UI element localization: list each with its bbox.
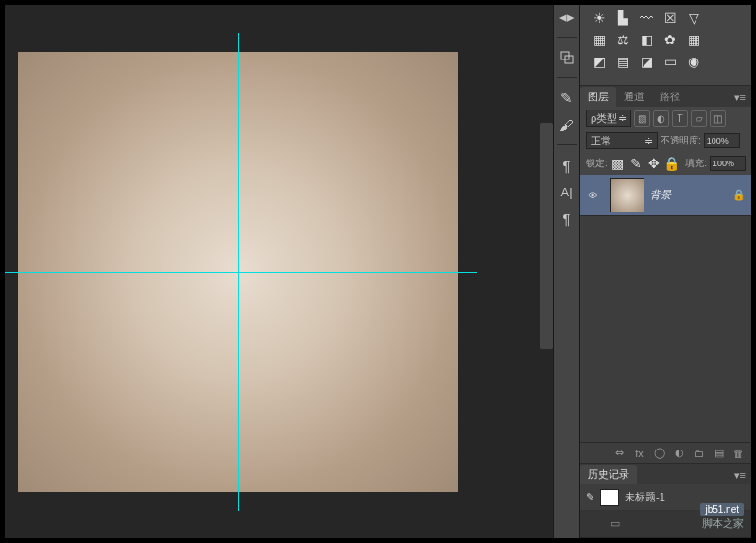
vibrance-icon[interactable]: ▽ bbox=[686, 10, 701, 25]
history-doc-name: 未标题-1 bbox=[625, 490, 665, 504]
exposure-icon[interactable]: ☒ bbox=[662, 10, 678, 25]
history-step[interactable]: ▭ bbox=[580, 511, 751, 537]
new-layer-icon[interactable]: ▤ bbox=[712, 446, 726, 460]
layer-mask-icon[interactable]: ◯ bbox=[652, 446, 666, 460]
vertical-scrollbar[interactable] bbox=[540, 123, 553, 349]
layer-list: 👁 背景 🔒 bbox=[580, 175, 751, 442]
delete-layer-icon[interactable]: 🗑 bbox=[731, 446, 746, 460]
tab-layers[interactable]: 图层 bbox=[580, 87, 616, 107]
layer-row-background[interactable]: 👁 背景 🔒 bbox=[580, 175, 751, 216]
lock-label: 锁定: bbox=[586, 157, 608, 170]
adjustments-panel: ☀ ▙ 〰 ☒ ▽ ▦ ⚖ ◧ ✿ ▦ ◩ ▤ ◪ ▭ ◉ bbox=[580, 5, 751, 86]
collapsed-toolbar: ◂▸ ✎ 🖌 ¶ A| ¶ bbox=[553, 5, 579, 538]
lock-indicator-icon: 🔒 bbox=[732, 189, 751, 201]
selective-color-icon[interactable]: ◉ bbox=[686, 54, 701, 69]
tab-paths[interactable]: 路径 bbox=[652, 87, 688, 107]
lock-pixels-icon[interactable]: ✎ bbox=[628, 156, 644, 171]
brush-preset-icon[interactable]: 🖌 bbox=[558, 116, 576, 133]
tab-history[interactable]: 历史记录 bbox=[580, 465, 637, 484]
layers-panel-footer: ⇔ fx ◯ ◐ 🗀 ▤ 🗑 bbox=[580, 442, 751, 463]
new-fill-icon[interactable]: ◐ bbox=[672, 446, 686, 460]
balance-icon[interactable]: ⚖ bbox=[615, 32, 630, 47]
document-canvas[interactable] bbox=[18, 52, 458, 492]
photo-filter-icon[interactable]: ✿ bbox=[662, 32, 678, 47]
opacity-input[interactable]: 100% bbox=[704, 133, 740, 148]
filter-shape-icon[interactable]: ▱ bbox=[691, 110, 707, 127]
threshold-icon[interactable]: ◪ bbox=[639, 54, 654, 69]
layer-fx-icon[interactable]: fx bbox=[632, 446, 646, 460]
link-layers-icon[interactable]: ⇔ bbox=[612, 446, 627, 460]
posterize-icon[interactable]: ▤ bbox=[615, 54, 630, 69]
expand-panel-icon[interactable]: ◂▸ bbox=[558, 8, 576, 25]
history-snapshot[interactable]: ✎ 未标题-1 bbox=[580, 484, 751, 511]
horizontal-guide[interactable] bbox=[0, 272, 477, 273]
fill-label: 填充: bbox=[685, 157, 707, 170]
curves-icon[interactable]: 〰 bbox=[639, 10, 654, 25]
hue-icon[interactable]: ▦ bbox=[592, 32, 607, 47]
filter-smart-icon[interactable]: ◫ bbox=[710, 110, 726, 127]
layers-panel-tabs: 图层 通道 路径 ▾≡ bbox=[580, 86, 751, 107]
paragraph-tool-icon[interactable]: ¶ bbox=[558, 157, 576, 174]
layer-thumbnail[interactable] bbox=[610, 178, 644, 212]
type-tool-icon[interactable]: ¶ bbox=[558, 210, 576, 227]
fill-input[interactable]: 100% bbox=[710, 156, 746, 171]
filter-adjust-icon[interactable]: ◐ bbox=[653, 110, 669, 127]
right-panel-stack: ☀ ▙ 〰 ☒ ▽ ▦ ⚖ ◧ ✿ ▦ ◩ ▤ ◪ ▭ ◉ 图层 通道 路径 ▾… bbox=[579, 5, 751, 538]
layer-name-label[interactable]: 背景 bbox=[650, 188, 732, 202]
lock-position-icon[interactable]: ✥ bbox=[646, 156, 662, 171]
panel-menu-icon[interactable]: ▾≡ bbox=[729, 89, 751, 107]
history-menu-icon[interactable]: ▾≡ bbox=[729, 467, 751, 484]
canvas-area bbox=[5, 5, 553, 538]
visibility-toggle-icon[interactable]: 👁 bbox=[580, 190, 605, 201]
new-group-icon[interactable]: 🗀 bbox=[692, 446, 706, 460]
filter-type-select[interactable]: ρ 类型 ≑ bbox=[586, 110, 631, 127]
lock-all-icon[interactable]: 🔒 bbox=[664, 156, 679, 171]
brightness-icon[interactable]: ☀ bbox=[592, 10, 607, 25]
bw-icon[interactable]: ◧ bbox=[639, 32, 654, 47]
filter-type-icon[interactable]: T bbox=[672, 110, 688, 127]
history-panel: 历史记录 ▾≡ ✎ 未标题-1 ▭ bbox=[580, 464, 751, 538]
levels-icon[interactable]: ▙ bbox=[615, 10, 630, 25]
invert-icon[interactable]: ◩ bbox=[592, 54, 607, 69]
swap-colors-icon[interactable] bbox=[558, 49, 576, 66]
history-thumbnail bbox=[600, 489, 619, 506]
layers-panel: 图层 通道 路径 ▾≡ ρ 类型 ≑ ▧ ◐ T ▱ ◫ 正常≑ 不透明度: 1… bbox=[580, 86, 751, 464]
gradient-map-icon[interactable]: ▭ bbox=[662, 54, 678, 69]
opacity-label: 不透明度: bbox=[661, 134, 701, 147]
channel-mixer-icon[interactable]: ▦ bbox=[686, 32, 701, 47]
character-tool-icon[interactable]: A| bbox=[558, 183, 576, 200]
tab-channels[interactable]: 通道 bbox=[616, 87, 652, 107]
lock-transparent-icon[interactable]: ▩ bbox=[610, 156, 626, 171]
blend-mode-select[interactable]: 正常≑ bbox=[586, 132, 658, 149]
brush-tool-icon[interactable]: ✎ bbox=[558, 90, 576, 107]
filter-pixel-icon[interactable]: ▧ bbox=[634, 110, 650, 127]
history-brush-icon[interactable]: ✎ bbox=[586, 491, 594, 503]
